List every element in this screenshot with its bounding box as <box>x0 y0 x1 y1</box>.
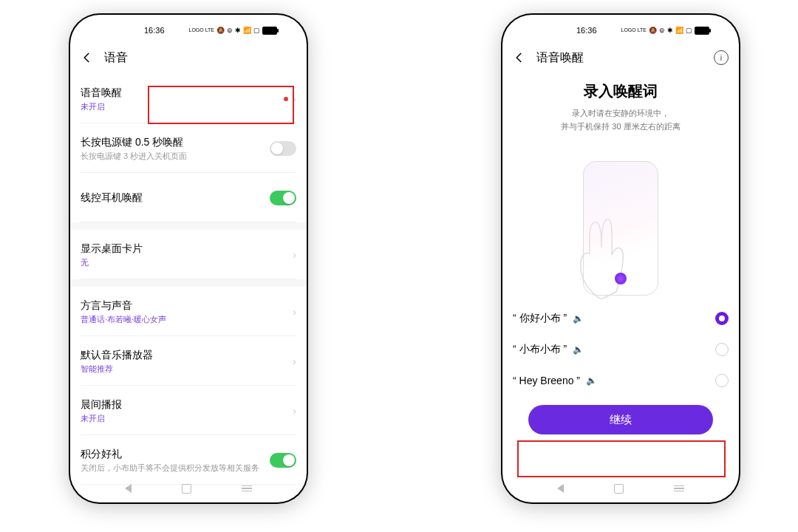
chevron-right-icon: › <box>288 355 296 367</box>
settings-row[interactable]: 显示桌面卡片无› <box>81 230 296 279</box>
option-label: “ 小布小布 ”🔈 <box>513 343 584 356</box>
back-icon[interactable] <box>513 51 526 64</box>
carrier-text: LOGO LTE <box>189 28 215 33</box>
continue-label: 继续 <box>610 413 632 427</box>
settings-row[interactable]: 线控耳机唤醒 <box>81 173 296 222</box>
settings-row[interactable]: 长按电源键 0.5 秒唤醒长按电源键 3 秒进入关机页面 <box>81 123 296 173</box>
wifi-icon: ⊚ <box>227 27 233 34</box>
radio-button[interactable] <box>715 312 729 325</box>
bt-icon: ✱ <box>667 27 673 34</box>
settings-list: 语音唤醒未开启›长按电源键 0.5 秒唤醒长按电源键 3 秒进入关机页面线控耳机… <box>70 74 307 502</box>
settings-row[interactable]: 方言与声音普通话·布若曦·暖心女声› <box>81 287 296 336</box>
nav-back-icon[interactable] <box>557 484 564 493</box>
header: 语音唤醒 i <box>502 41 739 74</box>
sub-line-1: 录入时请在安静的环境中， <box>572 109 669 117</box>
chevron-right-icon: › <box>288 306 296 318</box>
option-label: “ Hey Breeno ”🔈 <box>513 375 597 386</box>
radio-button[interactable] <box>715 343 729 356</box>
radio-button[interactable] <box>715 374 729 387</box>
row-title: 晨间播报 <box>81 398 288 412</box>
toggle-switch[interactable] <box>270 453 296 468</box>
battery-icon <box>695 27 709 35</box>
settings-row[interactable]: 默认音乐播放器智能推荐› <box>81 336 296 386</box>
phone-left: 16:36 LOGO LTE 🔕 ⊚ ✱ 📶 ▢ 语音 语音唤醒未开启›长按电源… <box>70 15 307 502</box>
illustration <box>513 148 729 296</box>
wake-word-option[interactable]: “ Hey Breeno ”🔈 <box>513 365 729 396</box>
vibrate-icon: ▢ <box>253 27 260 34</box>
nav-recent-icon[interactable] <box>674 485 684 492</box>
row-subtitle: 智能推荐 <box>81 364 288 375</box>
bt-icon: ✱ <box>235 27 241 34</box>
header-title: 语音 <box>104 50 296 66</box>
status-icons: LOGO LTE 🔕 ⊚ ✱ 📶 ▢ <box>621 27 710 35</box>
row-title: 方言与声音 <box>81 299 288 313</box>
battery-icon <box>262 27 277 35</box>
wake-word-option[interactable]: “ 你好小布 ”🔈 <box>513 303 729 334</box>
big-title: 录入唤醒词 <box>513 81 729 101</box>
sub-line-2: 并与手机保持 30 厘米左右的距离 <box>561 122 680 131</box>
dnd-icon: 🔕 <box>216 27 225 34</box>
highlight-continue <box>517 440 726 477</box>
chevron-right-icon: › <box>288 249 296 261</box>
row-subtitle: 未开启 <box>81 101 284 112</box>
info-icon[interactable]: i <box>714 50 729 65</box>
status-bar: 16:36 LOGO LTE 🔕 ⊚ ✱ 📶 ▢ <box>502 15 739 41</box>
row-subtitle: 无 <box>81 257 288 268</box>
nav-back-icon[interactable] <box>125 484 132 493</box>
wake-word-options: “ 你好小布 ”🔈“ 小布小布 ”🔈“ Hey Breeno ”🔈 <box>513 303 729 396</box>
wake-word-option[interactable]: “ 小布小布 ”🔈 <box>513 334 729 365</box>
row-title: 语音唤醒 <box>81 86 284 100</box>
row-subtitle: 关闭后，小布助手将不会提供积分发放等相关服务 <box>81 463 270 474</box>
header: 语音 <box>70 41 307 74</box>
wifi-icon: ⊚ <box>659 27 665 34</box>
signal-icon: 📶 <box>243 27 251 34</box>
sub-text: 录入时请在安静的环境中， 并与手机保持 30 厘米左右的距离 <box>513 107 729 133</box>
status-bar: 16:36 LOGO LTE 🔕 ⊚ ✱ 📶 ▢ <box>70 15 307 41</box>
row-subtitle: 长按电源键 3 秒进入关机页面 <box>81 151 270 162</box>
signal-icon: 📶 <box>675 27 683 34</box>
status-icons: LOGO LTE 🔕 ⊚ ✱ 📶 ▢ <box>189 27 278 35</box>
row-title: 默认音乐播放器 <box>81 349 288 362</box>
status-time: 16:36 <box>576 26 597 35</box>
enroll-content: 录入唤醒词 录入时请在安静的环境中， 并与手机保持 30 厘米左右的距离 “ 你… <box>502 81 739 434</box>
phone-illustration-icon <box>583 161 658 296</box>
chevron-right-icon: › <box>288 405 296 417</box>
nav-bar <box>502 474 739 502</box>
vibrate-icon: ▢ <box>686 27 692 34</box>
section-gap <box>70 222 307 230</box>
toggle-switch[interactable] <box>270 191 296 205</box>
continue-button[interactable]: 继续 <box>528 405 713 434</box>
settings-row[interactable]: 语音唤醒未开启› <box>81 74 296 123</box>
nav-home-icon[interactable] <box>614 484 624 494</box>
back-icon[interactable] <box>81 51 94 64</box>
sound-icon[interactable]: 🔈 <box>573 344 584 355</box>
option-label: “ 你好小布 ”🔈 <box>513 312 584 325</box>
sound-icon[interactable]: 🔈 <box>586 375 597 386</box>
nav-home-icon[interactable] <box>182 484 191 494</box>
toggle-switch[interactable] <box>270 141 296 156</box>
row-subtitle: 未开启 <box>81 413 288 424</box>
status-time: 16:36 <box>144 26 165 35</box>
header-title: 语音唤醒 <box>536 50 703 66</box>
phone-right: 16:36 LOGO LTE 🔕 ⊚ ✱ 📶 ▢ 语音唤醒 i 录入唤醒词 录入… <box>502 15 739 502</box>
row-title: 线控耳机唤醒 <box>81 191 270 205</box>
section-gap <box>70 279 307 287</box>
settings-row[interactable]: 晨间播报未开启› <box>81 386 296 435</box>
row-subtitle: 普通话·布若曦·暖心女声 <box>81 314 288 325</box>
sound-icon[interactable]: 🔈 <box>573 313 584 324</box>
dnd-icon: 🔕 <box>649 27 657 34</box>
chevron-right-icon: › <box>288 93 296 105</box>
nav-bar <box>70 474 307 502</box>
row-title: 显示桌面卡片 <box>81 242 288 256</box>
nav-recent-icon[interactable] <box>242 485 252 492</box>
carrier-text: LOGO LTE <box>621 28 647 33</box>
row-title: 积分好礼 <box>81 448 270 461</box>
row-title: 长按电源键 0.5 秒唤醒 <box>81 136 270 149</box>
